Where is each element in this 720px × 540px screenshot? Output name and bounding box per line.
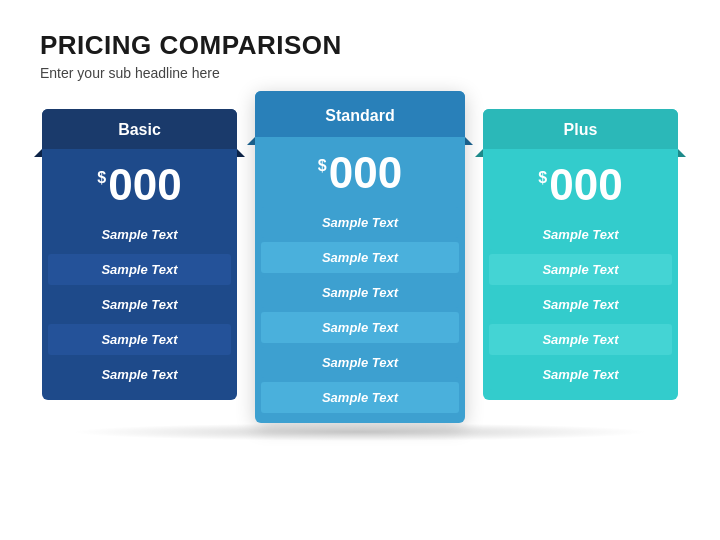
standard-price: 000 <box>329 151 402 195</box>
plus-currency: $ <box>538 169 547 187</box>
standard-feature-3: Sample Text <box>261 277 459 308</box>
standard-price-wrapper: $ 000 <box>265 151 455 195</box>
plus-feature-3: Sample Text <box>489 289 672 320</box>
standard-feature-2: Sample Text <box>261 242 459 273</box>
basic-features: Sample Text Sample Text Sample Text Samp… <box>42 219 237 400</box>
basic-price-wrapper: $ 000 <box>52 163 227 207</box>
basic-feature-1: Sample Text <box>48 219 231 250</box>
standard-feature-6: Sample Text <box>261 382 459 413</box>
ribbon-left-plus <box>475 149 483 157</box>
plus-price: 000 <box>549 163 622 207</box>
plus-price-section: $ 000 <box>483 149 678 219</box>
standard-plan-title: Standard <box>325 107 394 124</box>
page-title: PRICING COMPARISON <box>40 30 680 61</box>
plus-feature-1: Sample Text <box>489 219 672 250</box>
standard-feature-4: Sample Text <box>261 312 459 343</box>
card-plus: Plus $ 000 Sample Text Sample Text Sampl… <box>483 109 678 400</box>
plus-header: Plus <box>483 109 678 149</box>
standard-currency: $ <box>318 157 327 175</box>
plus-feature-5: Sample Text <box>489 359 672 390</box>
standard-price-section: $ 000 <box>255 137 465 207</box>
plus-features: Sample Text Sample Text Sample Text Samp… <box>483 219 678 400</box>
ribbon-right-basic <box>237 149 245 157</box>
card-basic: Basic $ 000 Sample Text Sample Text Samp… <box>42 109 237 400</box>
standard-feature-1: Sample Text <box>261 207 459 238</box>
page-subtitle: Enter your sub headline here <box>40 65 680 81</box>
plus-feature-4: Sample Text <box>489 324 672 355</box>
standard-feature-5: Sample Text <box>261 347 459 378</box>
basic-feature-5: Sample Text <box>48 359 231 390</box>
standard-features: Sample Text Sample Text Sample Text Samp… <box>255 207 465 423</box>
basic-feature-4: Sample Text <box>48 324 231 355</box>
ribbon-right-standard <box>465 137 473 145</box>
basic-currency: $ <box>97 169 106 187</box>
basic-price-section: $ 000 <box>42 149 237 219</box>
card-standard: Standard $ 000 Sample Text Sample Text S… <box>255 91 465 423</box>
basic-price: 000 <box>108 163 181 207</box>
plus-feature-2: Sample Text <box>489 254 672 285</box>
ribbon-left-basic <box>34 149 42 157</box>
basic-header: Basic <box>42 109 237 149</box>
plus-price-wrapper: $ 000 <box>493 163 668 207</box>
ribbon-left-standard <box>247 137 255 145</box>
basic-feature-2: Sample Text <box>48 254 231 285</box>
basic-feature-3: Sample Text <box>48 289 231 320</box>
plus-plan-title: Plus <box>564 121 598 138</box>
basic-plan-title: Basic <box>118 121 161 138</box>
pricing-cards-container: Basic $ 000 Sample Text Sample Text Samp… <box>40 109 680 423</box>
standard-header: Standard <box>255 91 465 137</box>
ribbon-right-plus <box>678 149 686 157</box>
